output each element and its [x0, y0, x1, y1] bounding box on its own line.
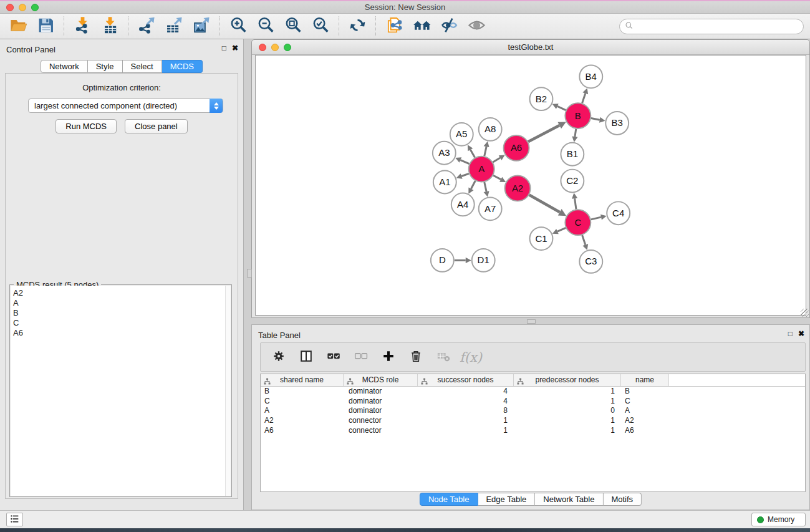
refresh-button[interactable]	[345, 16, 369, 37]
run-mcds-button[interactable]: Run MCDS	[55, 119, 117, 133]
graph-node-A2[interactable]: A2	[505, 176, 531, 201]
search-input[interactable]	[634, 21, 803, 33]
table-tab-node-table[interactable]: Node Table	[420, 493, 478, 506]
tab-style[interactable]: Style	[88, 60, 123, 73]
attribute-icon	[421, 377, 428, 389]
table-row[interactable]: A6connector11A6	[261, 426, 805, 436]
graph-node-A4[interactable]: A4	[451, 193, 475, 216]
table-tab-edge-table[interactable]: Edge Table	[478, 493, 535, 506]
graph-node-C1[interactable]: C1	[530, 227, 553, 250]
result-list-scrollbar[interactable]	[225, 286, 231, 496]
mcds-result-list[interactable]: A2ABCA6	[11, 286, 231, 496]
add-icon	[382, 349, 395, 365]
toolbar-separator	[128, 16, 128, 36]
refresh-icon	[349, 16, 367, 36]
table-settings-button[interactable]	[269, 348, 288, 367]
select-all-button[interactable]	[324, 348, 343, 367]
table-row[interactable]: Bdominator41B	[261, 387, 805, 397]
table-row[interactable]: Adominator80A	[261, 406, 805, 416]
horizontal-split-handle[interactable]	[527, 319, 536, 324]
search-field[interactable]	[619, 19, 804, 34]
attribute-icon	[517, 377, 524, 389]
criterion-dropdown[interactable]: largest connected component (directed)	[28, 99, 223, 113]
float-table-panel-icon[interactable]: □	[788, 329, 793, 338]
graph-node-C2[interactable]: C2	[561, 170, 584, 193]
table-tab-motifs[interactable]: Motifs	[603, 493, 642, 506]
table-tab-network-table[interactable]: Network Table	[535, 493, 603, 506]
import-table-button[interactable]	[98, 16, 122, 37]
mcds-panel: Optimization criterion: largest connecte…	[5, 73, 238, 499]
houses-icon	[413, 16, 431, 36]
column-header-successor-nodes[interactable]: successor nodes	[418, 374, 514, 386]
table-row[interactable]: Cdominator41C	[261, 397, 805, 407]
graph-node-D[interactable]: D	[431, 249, 454, 272]
svg-text:A2: A2	[512, 183, 523, 193]
graph-node-B[interactable]: B	[565, 103, 591, 128]
show-column-button[interactable]	[297, 348, 316, 367]
graph-node-C3[interactable]: C3	[579, 250, 602, 273]
graph-node-A8[interactable]: A8	[479, 118, 502, 141]
hide-panel-button[interactable]	[437, 16, 461, 37]
open-session-home-button[interactable]	[410, 16, 433, 37]
graph-node-B3[interactable]: B3	[605, 112, 629, 135]
table-cell	[669, 426, 805, 436]
vertical-split-handle[interactable]	[247, 269, 252, 278]
graph-node-A1[interactable]: A1	[433, 171, 456, 194]
graph-node-B4[interactable]: B4	[579, 65, 602, 88]
tab-mcds[interactable]: MCDS	[162, 60, 203, 73]
graph-node-A5[interactable]: A5	[450, 123, 473, 146]
create-column-button[interactable]	[379, 348, 398, 367]
export-table-button[interactable]	[162, 16, 186, 37]
network-canvas[interactable]: AA1A2A3A4A5A6A7A8BB1B2B3B4CC1C2C3C4DD1	[255, 55, 806, 316]
new-network-from-selection-button[interactable]	[382, 16, 406, 37]
close-table-panel-icon[interactable]: ✖	[798, 329, 804, 338]
import-network-button[interactable]	[70, 16, 94, 37]
window-resize-grip[interactable]	[801, 309, 809, 317]
graph-node-A3[interactable]: A3	[433, 142, 456, 165]
zoom-out-button[interactable]	[254, 16, 277, 37]
zoom-selected-button[interactable]	[309, 16, 332, 37]
graph-edge-C-C3	[582, 235, 589, 250]
close-panel-button[interactable]: Close panel	[125, 119, 188, 133]
zoom-fit-button[interactable]	[281, 16, 305, 37]
graph-node-B2[interactable]: B2	[530, 87, 553, 110]
delete-column-button[interactable]	[407, 348, 425, 367]
show-panel-button[interactable]	[465, 16, 488, 37]
list-item[interactable]: C	[11, 318, 224, 328]
export-network-button[interactable]	[135, 16, 158, 37]
table-row[interactable]: A2connector11A2	[261, 416, 805, 426]
tab-select[interactable]: Select	[123, 60, 162, 73]
open-button[interactable]	[6, 16, 30, 37]
memory-button[interactable]: Memory	[751, 513, 806, 526]
column-header-name[interactable]: name	[621, 374, 669, 386]
float-panel-icon[interactable]: □	[222, 44, 226, 52]
unselect-all-icon	[354, 349, 368, 365]
network-window-titlebar[interactable]: testGlobe.txt	[252, 40, 809, 55]
table-tabs: Node TableEdge TableNetwork TableMotifs	[420, 493, 642, 506]
list-item[interactable]: A6	[11, 328, 224, 338]
network-graph[interactable]: AA1A2A3A4A5A6A7A8BB1B2B3B4CC1C2C3C4DD1	[256, 56, 806, 315]
list-item[interactable]: B	[11, 308, 224, 318]
list-item[interactable]: A2	[11, 288, 224, 298]
task-history-button[interactable]	[6, 513, 23, 526]
graph-node-A[interactable]: A	[469, 157, 494, 182]
column-header-mcds-role[interactable]: MCDS role	[344, 374, 418, 386]
save-button[interactable]	[34, 16, 57, 37]
column-header-shared-name[interactable]: shared name	[261, 374, 344, 386]
graph-node-C4[interactable]: C4	[607, 201, 630, 225]
graph-node-B1[interactable]: B1	[561, 143, 584, 166]
column-header-predecessor-nodes[interactable]: predecessor nodes	[514, 374, 621, 386]
unselect-all-button[interactable]	[352, 348, 370, 367]
graph-node-D1[interactable]: D1	[472, 249, 495, 272]
graph-node-A6[interactable]: A6	[504, 135, 529, 161]
zoom-in-button[interactable]	[226, 16, 250, 37]
tab-network[interactable]: Network	[41, 60, 88, 73]
graph-node-A7[interactable]: A7	[479, 197, 502, 220]
graph-node-C[interactable]: C	[565, 210, 591, 235]
graph-edge-B-B2	[552, 104, 566, 110]
table-panel: Table Panel □ ✖ f(x) shared nameMCDS rol…	[251, 324, 810, 510]
list-item[interactable]: A	[11, 298, 224, 308]
export-image-button[interactable]	[190, 16, 213, 37]
close-panel-icon[interactable]: ✖	[232, 44, 238, 52]
table-cell: 4	[418, 397, 514, 407]
